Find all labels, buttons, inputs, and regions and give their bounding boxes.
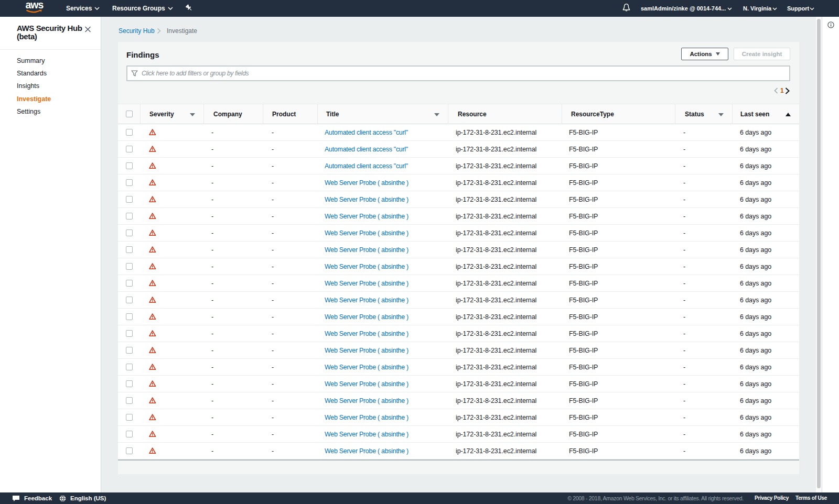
svg-text:aws: aws <box>26 2 44 10</box>
